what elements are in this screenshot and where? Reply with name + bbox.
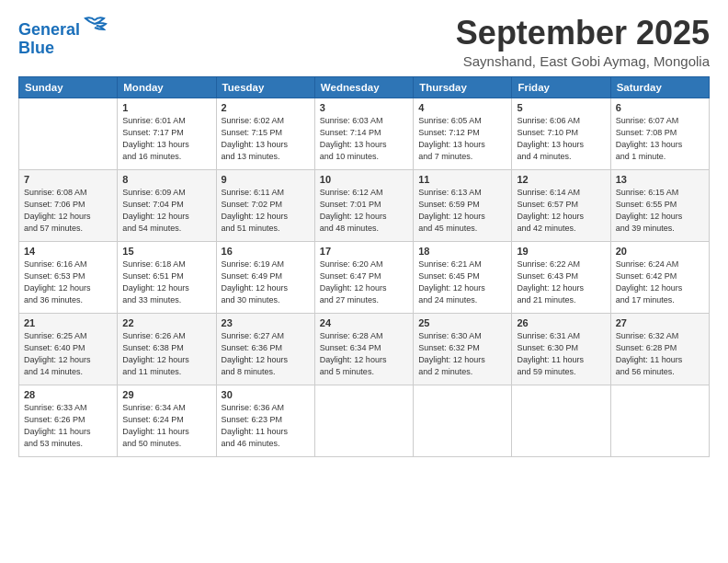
day-info: Sunrise: 6:15 AM Sunset: 6:55 PM Dayligh… <box>616 187 704 235</box>
day-number: 1 <box>122 102 210 113</box>
calendar-cell: 22Sunrise: 6:26 AM Sunset: 6:38 PM Dayli… <box>118 313 216 385</box>
calendar-cell: 29Sunrise: 6:34 AM Sunset: 6:24 PM Dayli… <box>118 385 216 456</box>
day-number: 2 <box>222 102 310 113</box>
calendar-cell: 7Sunrise: 6:08 AM Sunset: 7:06 PM Daylig… <box>19 169 118 241</box>
col-header-thursday: Thursday <box>414 76 512 98</box>
calendar-cell: 30Sunrise: 6:36 AM Sunset: 6:23 PM Dayli… <box>216 385 314 456</box>
calendar-week-2: 7Sunrise: 6:08 AM Sunset: 7:06 PM Daylig… <box>19 169 710 241</box>
day-info: Sunrise: 6:14 AM Sunset: 6:57 PM Dayligh… <box>517 187 605 235</box>
day-info: Sunrise: 6:20 AM Sunset: 6:47 PM Dayligh… <box>320 259 408 306</box>
calendar-cell: 8Sunrise: 6:09 AM Sunset: 7:04 PM Daylig… <box>118 169 216 241</box>
col-header-monday: Monday <box>118 76 216 98</box>
calendar-header-row: SundayMondayTuesdayWednesdayThursdayFrid… <box>19 76 710 98</box>
calendar-cell: 4Sunrise: 6:05 AM Sunset: 7:12 PM Daylig… <box>414 98 512 169</box>
day-info: Sunrise: 6:26 AM Sunset: 6:38 PM Dayligh… <box>122 330 210 378</box>
calendar-cell: 19Sunrise: 6:22 AM Sunset: 6:43 PM Dayli… <box>512 241 610 313</box>
day-info: Sunrise: 6:28 AM Sunset: 6:34 PM Dayligh… <box>320 330 408 378</box>
day-info: Sunrise: 6:02 AM Sunset: 7:15 PM Dayligh… <box>222 115 310 163</box>
logo-bird-icon <box>82 17 108 35</box>
day-number: 20 <box>616 246 704 257</box>
calendar-cell: 20Sunrise: 6:24 AM Sunset: 6:42 PM Dayli… <box>610 241 709 313</box>
calendar-cell: 15Sunrise: 6:18 AM Sunset: 6:51 PM Dayli… <box>118 241 216 313</box>
subtitle: Saynshand, East Gobi Aymag, Mongolia <box>456 53 710 69</box>
calendar-table: SundayMondayTuesdayWednesdayThursdayFrid… <box>18 76 710 457</box>
day-number: 6 <box>616 102 704 113</box>
calendar-cell: 28Sunrise: 6:33 AM Sunset: 6:26 PM Dayli… <box>19 385 118 456</box>
day-number: 22 <box>122 317 210 328</box>
col-header-saturday: Saturday <box>610 76 709 98</box>
day-number: 17 <box>320 246 408 257</box>
day-number: 16 <box>222 246 310 257</box>
day-number: 28 <box>24 389 112 400</box>
calendar-cell: 3Sunrise: 6:03 AM Sunset: 7:14 PM Daylig… <box>314 98 413 169</box>
day-number: 24 <box>320 317 408 328</box>
calendar-cell: 11Sunrise: 6:13 AM Sunset: 6:59 PM Dayli… <box>414 169 512 241</box>
day-number: 3 <box>320 102 408 113</box>
page: General Blue September 2025 Saynshand, E… <box>0 0 728 563</box>
header: General Blue September 2025 Saynshand, E… <box>18 15 710 69</box>
day-number: 26 <box>517 317 605 328</box>
calendar-cell: 1Sunrise: 6:01 AM Sunset: 7:17 PM Daylig… <box>118 98 216 169</box>
day-info: Sunrise: 6:06 AM Sunset: 7:10 PM Dayligh… <box>517 115 605 163</box>
day-info: Sunrise: 6:01 AM Sunset: 7:17 PM Dayligh… <box>122 115 210 163</box>
day-info: Sunrise: 6:18 AM Sunset: 6:51 PM Dayligh… <box>122 259 210 306</box>
logo-blue: Blue <box>18 39 54 57</box>
day-info: Sunrise: 6:22 AM Sunset: 6:43 PM Dayligh… <box>517 259 605 306</box>
calendar-cell: 17Sunrise: 6:20 AM Sunset: 6:47 PM Dayli… <box>314 241 413 313</box>
logo: General Blue <box>18 18 108 58</box>
day-number: 14 <box>24 246 112 257</box>
day-info: Sunrise: 6:11 AM Sunset: 7:02 PM Dayligh… <box>222 187 310 235</box>
day-info: Sunrise: 6:32 AM Sunset: 6:28 PM Dayligh… <box>616 330 704 378</box>
calendar-cell <box>314 385 413 456</box>
day-info: Sunrise: 6:24 AM Sunset: 6:42 PM Dayligh… <box>616 259 704 306</box>
day-info: Sunrise: 6:05 AM Sunset: 7:12 PM Dayligh… <box>418 115 506 163</box>
day-info: Sunrise: 6:13 AM Sunset: 6:59 PM Dayligh… <box>418 187 506 235</box>
calendar-cell: 10Sunrise: 6:12 AM Sunset: 7:01 PM Dayli… <box>314 169 413 241</box>
calendar-cell <box>19 98 118 169</box>
calendar-cell: 21Sunrise: 6:25 AM Sunset: 6:40 PM Dayli… <box>19 313 118 385</box>
day-number: 25 <box>418 317 506 328</box>
calendar-cell: 9Sunrise: 6:11 AM Sunset: 7:02 PM Daylig… <box>216 169 314 241</box>
month-title: September 2025 <box>456 15 710 52</box>
day-info: Sunrise: 6:36 AM Sunset: 6:23 PM Dayligh… <box>222 402 310 450</box>
day-info: Sunrise: 6:16 AM Sunset: 6:53 PM Dayligh… <box>24 259 112 306</box>
day-number: 21 <box>24 317 112 328</box>
day-number: 23 <box>222 317 310 328</box>
col-header-sunday: Sunday <box>19 76 118 98</box>
day-info: Sunrise: 6:03 AM Sunset: 7:14 PM Dayligh… <box>320 115 408 163</box>
day-info: Sunrise: 6:34 AM Sunset: 6:24 PM Dayligh… <box>122 402 210 450</box>
calendar-cell: 24Sunrise: 6:28 AM Sunset: 6:34 PM Dayli… <box>314 313 413 385</box>
title-block: September 2025 Saynshand, East Gobi Ayma… <box>456 15 710 69</box>
calendar-cell <box>414 385 512 456</box>
col-header-tuesday: Tuesday <box>216 76 314 98</box>
calendar-cell: 23Sunrise: 6:27 AM Sunset: 6:36 PM Dayli… <box>216 313 314 385</box>
calendar-week-3: 14Sunrise: 6:16 AM Sunset: 6:53 PM Dayli… <box>19 241 710 313</box>
calendar-cell: 16Sunrise: 6:19 AM Sunset: 6:49 PM Dayli… <box>216 241 314 313</box>
day-number: 12 <box>517 174 605 185</box>
day-info: Sunrise: 6:07 AM Sunset: 7:08 PM Dayligh… <box>616 115 704 163</box>
day-info: Sunrise: 6:27 AM Sunset: 6:36 PM Dayligh… <box>222 330 310 378</box>
day-info: Sunrise: 6:19 AM Sunset: 6:49 PM Dayligh… <box>222 259 310 306</box>
day-info: Sunrise: 6:33 AM Sunset: 6:26 PM Dayligh… <box>24 402 112 450</box>
day-number: 7 <box>24 174 112 185</box>
calendar-cell: 25Sunrise: 6:30 AM Sunset: 6:32 PM Dayli… <box>414 313 512 385</box>
logo-general: General <box>18 20 80 39</box>
day-number: 5 <box>517 102 605 113</box>
day-info: Sunrise: 6:25 AM Sunset: 6:40 PM Dayligh… <box>24 330 112 378</box>
day-number: 15 <box>122 246 210 257</box>
day-info: Sunrise: 6:08 AM Sunset: 7:06 PM Dayligh… <box>24 187 112 235</box>
calendar-cell <box>610 385 709 456</box>
day-info: Sunrise: 6:09 AM Sunset: 7:04 PM Dayligh… <box>122 187 210 235</box>
calendar-cell: 13Sunrise: 6:15 AM Sunset: 6:55 PM Dayli… <box>610 169 709 241</box>
day-info: Sunrise: 6:21 AM Sunset: 6:45 PM Dayligh… <box>418 259 506 306</box>
day-number: 29 <box>122 389 210 400</box>
day-number: 19 <box>517 246 605 257</box>
day-info: Sunrise: 6:12 AM Sunset: 7:01 PM Dayligh… <box>320 187 408 235</box>
day-number: 27 <box>616 317 704 328</box>
calendar-week-5: 28Sunrise: 6:33 AM Sunset: 6:26 PM Dayli… <box>19 385 710 456</box>
calendar-cell: 2Sunrise: 6:02 AM Sunset: 7:15 PM Daylig… <box>216 98 314 169</box>
calendar-cell: 26Sunrise: 6:31 AM Sunset: 6:30 PM Dayli… <box>512 313 610 385</box>
calendar-week-4: 21Sunrise: 6:25 AM Sunset: 6:40 PM Dayli… <box>19 313 710 385</box>
day-number: 8 <box>122 174 210 185</box>
day-number: 10 <box>320 174 408 185</box>
